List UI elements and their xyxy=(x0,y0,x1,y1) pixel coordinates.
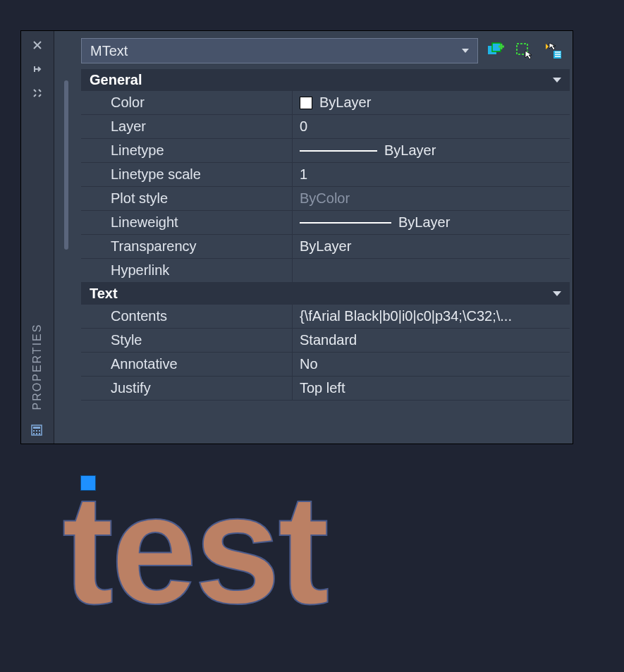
prop-label-lineweight: Lineweight xyxy=(81,211,293,235)
prop-label-style: Style xyxy=(81,329,293,353)
prop-value-style[interactable]: Standard xyxy=(293,329,570,353)
prop-value-hyperlink[interactable] xyxy=(293,259,570,283)
select-objects-icon[interactable] xyxy=(515,41,534,61)
svg-rect-3 xyxy=(36,430,37,432)
quick-select-icon[interactable] xyxy=(543,41,563,61)
prop-label-color: Color xyxy=(81,91,293,115)
prop-label-hyperlink: Hyperlink xyxy=(81,259,293,283)
properties-palette: PROPERTIES MText General xyxy=(21,31,573,444)
prop-label-layer: Layer xyxy=(81,115,293,139)
object-type-value: MText xyxy=(90,43,128,59)
palette-body: MText General Color xyxy=(54,31,573,444)
fade-cutoff xyxy=(54,438,573,444)
prop-text: ByLayer xyxy=(300,238,351,255)
toggle-pickadd-icon[interactable] xyxy=(487,41,506,61)
prop-text: ByLayer xyxy=(398,214,450,231)
prop-value-linetype[interactable]: ByLayer xyxy=(293,139,570,163)
section-header-text[interactable]: Text xyxy=(81,283,570,305)
prop-value-layer[interactable]: 0 xyxy=(293,115,570,139)
prop-text: Top left xyxy=(300,380,345,396)
prop-value-linetype-scale[interactable]: 1 xyxy=(293,163,570,187)
mtext-object[interactable]: test xyxy=(62,472,326,627)
section-header-general[interactable]: General xyxy=(81,69,570,91)
prop-label-linetype: Linetype xyxy=(81,139,293,163)
section-title: General xyxy=(90,72,142,88)
svg-rect-6 xyxy=(36,433,37,434)
prop-text: 1 xyxy=(300,166,307,183)
prop-value-contents[interactable]: {\fArial Black|b0|i0|c0|p34;\C32;\... xyxy=(293,305,570,329)
prop-label-justify: Justify xyxy=(81,377,293,401)
close-icon[interactable] xyxy=(30,38,44,52)
property-grid-text: Contents {\fArial Black|b0|i0|c0|p34;\C3… xyxy=(81,305,570,401)
prop-value-plot-style: ByColor xyxy=(293,187,570,211)
prop-text: 0 xyxy=(300,118,307,135)
prop-label-transparency: Transparency xyxy=(81,235,293,259)
drawing-canvas[interactable]: test xyxy=(0,444,624,672)
palette-toolbar: MText xyxy=(54,31,573,69)
svg-rect-5 xyxy=(33,433,35,434)
svg-rect-2 xyxy=(33,430,35,432)
chevron-down-icon xyxy=(553,78,561,83)
quickcalc-icon[interactable] xyxy=(30,424,44,438)
prop-text: ByLayer xyxy=(319,94,371,111)
prop-value-lineweight[interactable]: ByLayer xyxy=(293,211,570,235)
section-title: Text xyxy=(90,286,118,302)
svg-rect-7 xyxy=(39,433,40,434)
palette-title: PROPERTIES xyxy=(31,324,44,410)
prop-text: ByColor xyxy=(300,190,350,207)
prop-value-transparency[interactable]: ByLayer xyxy=(293,235,570,259)
prop-value-color[interactable]: ByLayer xyxy=(293,91,570,115)
prop-text: ByLayer xyxy=(384,142,436,159)
scrollbar[interactable] xyxy=(64,80,68,250)
prop-label-plot-style: Plot style xyxy=(81,187,293,211)
chevron-down-icon xyxy=(553,291,561,296)
chevron-down-icon xyxy=(462,49,469,53)
lineweight-sample-icon xyxy=(300,222,391,224)
linetype-sample-icon xyxy=(300,150,377,152)
prop-value-justify[interactable]: Top left xyxy=(293,377,570,401)
settings-icon[interactable] xyxy=(30,86,44,100)
prop-label-linetype-scale: Linetype scale xyxy=(81,163,293,187)
auto-hide-icon[interactable] xyxy=(30,62,44,76)
prop-value-annotative[interactable]: No xyxy=(293,353,570,377)
prop-text: Standard xyxy=(300,332,357,348)
prop-text: No xyxy=(300,356,318,372)
object-type-dropdown[interactable]: MText xyxy=(81,38,478,63)
color-swatch-icon xyxy=(300,97,312,109)
svg-rect-4 xyxy=(39,430,40,432)
property-scroll-area: General Color ByLayer Layer 0 Linetype B… xyxy=(54,69,573,444)
property-grid-general: Color ByLayer Layer 0 Linetype ByLayer L… xyxy=(81,91,570,283)
palette-sidebar: PROPERTIES xyxy=(21,31,54,444)
prop-text: {\fArial Black|b0|i0|c0|p34;\C32;\... xyxy=(300,308,512,324)
prop-label-contents: Contents xyxy=(81,305,293,329)
prop-label-annotative: Annotative xyxy=(81,353,293,377)
svg-rect-1 xyxy=(33,427,40,429)
